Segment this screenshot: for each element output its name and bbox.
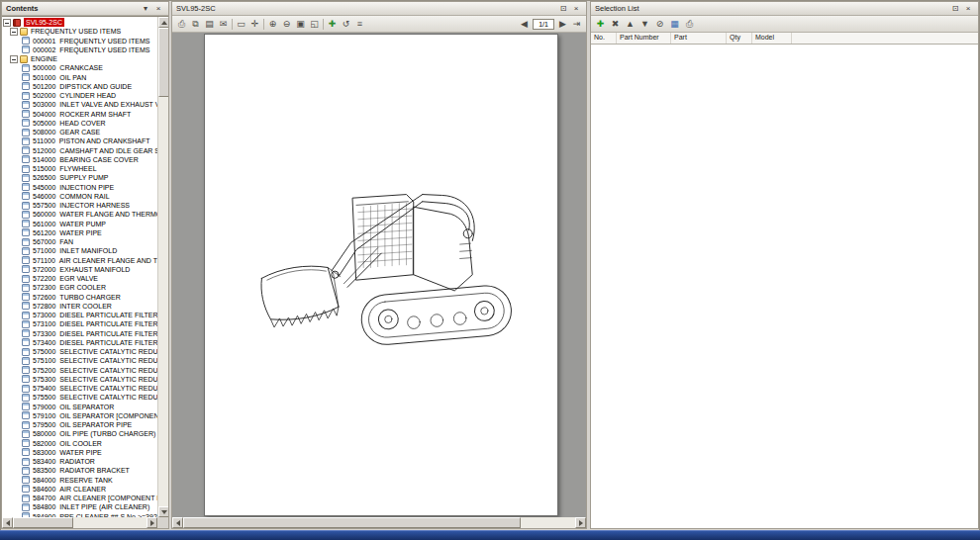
- collapse-icon[interactable]: [10, 28, 18, 36]
- selection-table-body[interactable]: [591, 45, 978, 528]
- tree-folder[interactable]: ENGINE: [2, 54, 157, 63]
- tree-item[interactable]: 572200EGR VALVE: [2, 274, 157, 283]
- tree-item[interactable]: 508000GEAR CASE: [2, 128, 157, 136]
- remove-icon[interactable]: ✖: [609, 18, 622, 31]
- scroll-down-button[interactable]: [158, 506, 168, 517]
- tree-item[interactable]: 584000RESERVE TANK: [2, 476, 157, 485]
- move-down-icon[interactable]: ▼: [638, 18, 651, 31]
- tree-item[interactable]: 572800INTER COOLER: [2, 302, 157, 311]
- export-icon[interactable]: ▤: [203, 18, 216, 31]
- tree-item[interactable]: 575300SELECTIVE CATALYTIC REDUCT: [2, 375, 157, 384]
- close-icon[interactable]: ×: [152, 3, 164, 14]
- tree-item[interactable]: 504000ROCKER ARM SHAFT: [2, 110, 157, 119]
- tree-item[interactable]: 505000HEAD COVER: [2, 119, 157, 128]
- close-icon[interactable]: ×: [962, 3, 974, 14]
- tree-item[interactable]: 573300DIESEL PARTICULATE FILTER M: [2, 329, 157, 338]
- move-up-icon[interactable]: ▲: [624, 18, 637, 31]
- tree-item[interactable]: 579000OIL SEPARATOR: [2, 403, 157, 411]
- tree-item[interactable]: 575000SELECTIVE CATALYTIC REDUCT: [2, 347, 157, 356]
- scroll-up-button[interactable]: [158, 17, 168, 28]
- column-header-part[interactable]: Part: [671, 33, 727, 44]
- tree-item[interactable]: 501200DIPSTICK AND GUIDE: [2, 82, 157, 91]
- tree-item[interactable]: 546000COMMON RAIL: [2, 192, 157, 201]
- scroll-right-button[interactable]: [575, 517, 586, 528]
- zoom-out-icon[interactable]: ⊖: [280, 18, 293, 31]
- tree-item[interactable]: 557500INJECTOR HARNESS: [2, 201, 157, 210]
- tree-root[interactable]: SVL95-2SC: [2, 18, 157, 27]
- tree-item[interactable]: 560000WATER FLANGE AND THERMOST: [2, 210, 157, 219]
- print-icon[interactable]: ⎙: [683, 18, 696, 31]
- tree-item[interactable]: 572300EGR COOLER: [2, 283, 157, 292]
- tree-item[interactable]: 545000INJECTION PIPE: [2, 183, 157, 192]
- tree-item[interactable]: 573100DIESEL PARTICULATE FILTER M: [2, 319, 157, 328]
- tree-item[interactable]: 584700AIR CLEANER [COMPONENT PAR: [2, 494, 157, 502]
- tree-item[interactable]: 567000FAN: [2, 237, 157, 246]
- tree-item[interactable]: 000001FREQUENTLY USED ITEMS: [2, 37, 157, 45]
- tree-item[interactable]: 582000OIL COOLER: [2, 439, 157, 448]
- close-icon[interactable]: ×: [570, 3, 582, 14]
- chevron-down-icon[interactable]: ▾: [140, 3, 151, 14]
- tree-item[interactable]: 514000BEARING CASE COVER: [2, 155, 157, 164]
- tree-item[interactable]: 583400RADIATOR: [2, 457, 157, 466]
- next-page-button[interactable]: ▶: [556, 18, 569, 31]
- tree-item[interactable]: 571000INLET MANIFOLD: [2, 246, 157, 255]
- tree-item[interactable]: 571100AIR CLEANER FLANGE AND THR: [2, 256, 157, 265]
- collapse-icon[interactable]: [3, 19, 11, 27]
- scroll-thumb[interactable]: [183, 517, 521, 528]
- add-note-icon[interactable]: ✚: [326, 18, 339, 31]
- pin-icon[interactable]: ⊡: [557, 3, 569, 14]
- tree-item[interactable]: 500000CRANKCASE: [2, 63, 157, 72]
- tree-item[interactable]: 561200WATER PIPE: [2, 228, 157, 237]
- layers-icon[interactable]: ≡: [353, 18, 366, 31]
- zoom-fit-icon[interactable]: ▣: [294, 18, 307, 31]
- prev-page-button[interactable]: ◀: [518, 18, 531, 31]
- goto-page-button[interactable]: ⇥: [570, 18, 583, 31]
- tree-item[interactable]: 561000WATER PUMP: [2, 220, 157, 228]
- column-header-model[interactable]: Model: [752, 33, 792, 44]
- page-canvas[interactable]: [204, 34, 558, 516]
- tree-item[interactable]: 584800INLET PIPE (AIR CLEANER): [2, 502, 157, 511]
- tree-item[interactable]: 501000OIL PAN: [2, 73, 157, 82]
- select-icon[interactable]: ▭: [235, 18, 247, 31]
- add-icon[interactable]: ✚: [594, 18, 607, 31]
- tree-item[interactable]: 572000EXHAUST MANIFOLD: [2, 265, 157, 274]
- tree-item[interactable]: 575400SELECTIVE CATALYTIC REDUCT: [2, 384, 157, 393]
- tree-item[interactable]: 515000FLYWHEEL: [2, 164, 157, 173]
- tree-item[interactable]: 573400DIESEL PARTICULATE FILTER D: [2, 338, 157, 347]
- print-icon[interactable]: ⎙: [175, 18, 188, 31]
- tree-item[interactable]: 579100OIL SEPARATOR [COMPONENT P: [2, 411, 157, 420]
- tree-item[interactable]: 575100SELECTIVE CATALYTIC REDUCT: [2, 356, 157, 365]
- save-icon[interactable]: ▦: [668, 18, 681, 31]
- tree-item[interactable]: 511000PISTON AND CRANKSHAFT: [2, 136, 157, 145]
- pin-icon[interactable]: ⊡: [949, 3, 961, 14]
- scroll-thumb[interactable]: [158, 28, 168, 97]
- tree-item[interactable]: 512000CAMSHAFT AND IDLE GEAR SHA: [2, 146, 157, 155]
- scroll-thumb[interactable]: [13, 517, 73, 528]
- tree-item[interactable]: 526500SUPPLY PUMP: [2, 173, 157, 182]
- tree-item[interactable]: 502000CYLINDER HEAD: [2, 91, 157, 100]
- scroll-left-button[interactable]: [172, 517, 183, 528]
- copy-icon[interactable]: ⧉: [189, 18, 202, 31]
- zoom-in-icon[interactable]: ⊕: [266, 18, 279, 31]
- scroll-left-button[interactable]: [2, 517, 13, 528]
- tree-item[interactable]: 579500OIL SEPARATOR PIPE: [2, 420, 157, 429]
- viewer-horizontal-scrollbar[interactable]: [172, 517, 586, 528]
- clear-icon[interactable]: ⊘: [653, 18, 666, 31]
- zoom-area-icon[interactable]: ◱: [308, 18, 321, 31]
- tree-item[interactable]: 583000WATER PIPE: [2, 448, 157, 457]
- mail-icon[interactable]: ✉: [217, 18, 230, 31]
- part-diagram[interactable]: [247, 140, 516, 400]
- tree-item[interactable]: 575200SELECTIVE CATALYTIC REDUCT: [2, 366, 157, 375]
- tree-item[interactable]: 573000DIESEL PARTICULATE FILTER M: [2, 311, 157, 319]
- collapse-icon[interactable]: [10, 55, 18, 63]
- tree-vertical-scrollbar[interactable]: [157, 17, 168, 517]
- rotate-icon[interactable]: ↺: [340, 18, 352, 31]
- tree-item[interactable]: 503000INLET VALVE AND EXHAUST VAL: [2, 100, 157, 109]
- pan-icon[interactable]: ✛: [248, 18, 261, 31]
- tree-item[interactable]: 583500RADIATOR BRACKET: [2, 466, 157, 475]
- tree-folder[interactable]: FREQUENTLY USED ITEMS: [2, 27, 157, 36]
- tree-item[interactable]: 575500SELECTIVE CATALYTIC REDUCT: [2, 393, 157, 402]
- tree-item[interactable]: 000002FREQUENTLY USED ITEMS: [2, 45, 157, 54]
- tree-horizontal-scrollbar[interactable]: [2, 517, 157, 528]
- tree-item[interactable]: 580000OIL PIPE (TURBO CHARGER): [2, 429, 157, 438]
